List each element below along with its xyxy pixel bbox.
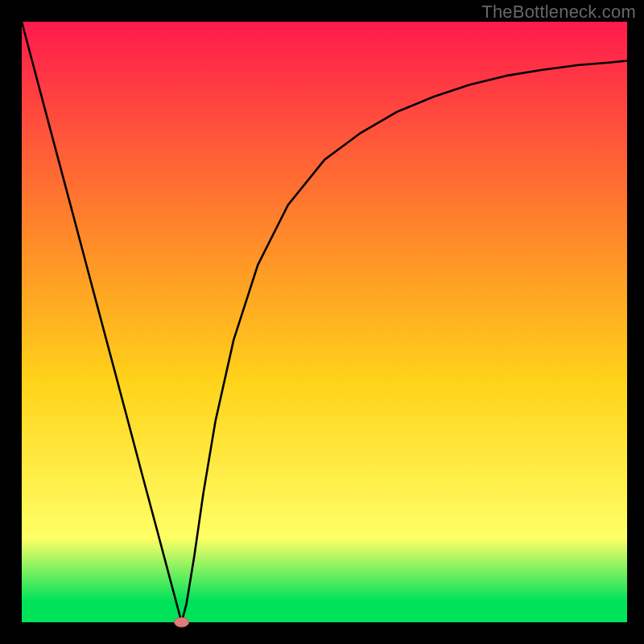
outer-frame: TheBottleneck.com (0, 0, 644, 644)
optimum-marker (175, 617, 189, 627)
plot-background (22, 22, 627, 622)
watermark-text: TheBottleneck.com (481, 2, 636, 23)
chart-svg (0, 0, 644, 644)
